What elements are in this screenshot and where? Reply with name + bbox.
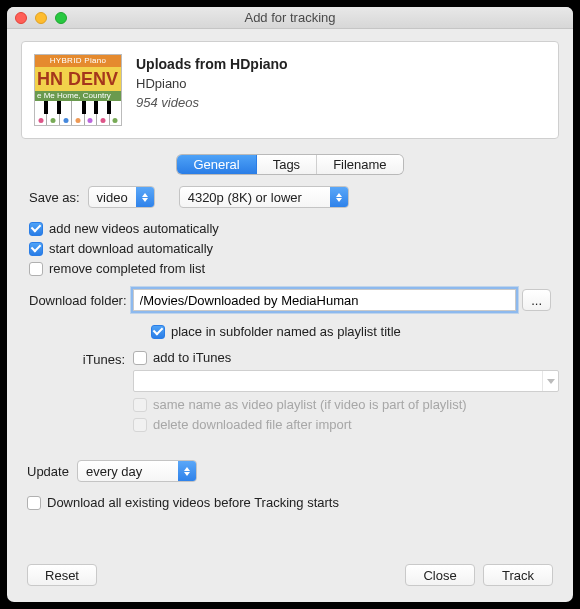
- thumb-text-3: e Me Home, Country Ro: [35, 91, 121, 101]
- video-count: 954 videos: [136, 95, 288, 110]
- checkbox-icon: [29, 242, 43, 256]
- update-row: Update every day: [21, 458, 559, 484]
- quality-value: 4320p (8K) or lower: [180, 190, 330, 205]
- dialog-footer: Reset Close Track: [21, 564, 559, 588]
- checkbox-icon: [29, 222, 43, 236]
- checkbox-label: remove completed from list: [49, 261, 205, 276]
- update-value: every day: [78, 464, 178, 479]
- checkbox-label: place in subfolder named as playlist tit…: [171, 324, 401, 339]
- checkbox-remove-completed[interactable]: remove completed from list: [21, 260, 559, 277]
- thumb-text-2: HN DENV: [35, 67, 121, 91]
- checkbox-add-auto[interactable]: add new videos automatically: [21, 220, 559, 237]
- checkbox-label: delete downloaded file after import: [153, 417, 352, 432]
- tab-general[interactable]: General: [177, 155, 255, 174]
- playlist-thumbnail: HYBRID Piano Lesson HN DENV e Me Home, C…: [34, 54, 122, 126]
- checkbox-icon: [133, 351, 147, 365]
- checkbox-delete-after: delete downloaded file after import: [133, 417, 559, 432]
- checkbox-add-itunes[interactable]: add to iTunes: [133, 350, 559, 365]
- close-button[interactable]: Close: [405, 564, 475, 586]
- itunes-playlist-combo[interactable]: [133, 370, 559, 392]
- browse-folder-button[interactable]: ...: [522, 289, 551, 311]
- tab-tags[interactable]: Tags: [256, 155, 316, 174]
- channel-name: HDpiano: [136, 76, 288, 91]
- checkbox-icon: [133, 418, 147, 432]
- content: HYBRID Piano Lesson HN DENV e Me Home, C…: [7, 29, 573, 602]
- dropdown-arrows-icon: [178, 461, 196, 481]
- dropdown-arrows-icon: [136, 187, 154, 207]
- playlist-info-card: HYBRID Piano Lesson HN DENV e Me Home, C…: [21, 41, 559, 139]
- tab-bar: General Tags Filename: [177, 155, 402, 174]
- playlist-title: Uploads from HDpiano: [136, 56, 288, 72]
- dialog-window: Add for tracking HYBRID Piano Lesson HN …: [7, 7, 573, 602]
- format-value: video: [89, 190, 136, 205]
- download-folder-row: Download folder: ...: [21, 287, 559, 313]
- update-interval-select[interactable]: every day: [77, 460, 197, 482]
- dropdown-arrow-icon: [542, 371, 558, 391]
- titlebar: Add for tracking: [7, 7, 573, 29]
- tab-filename[interactable]: Filename: [316, 155, 402, 174]
- checkbox-label: Download all existing videos before Trac…: [47, 495, 339, 510]
- checkbox-label: add new videos automatically: [49, 221, 219, 236]
- checkbox-icon: [133, 398, 147, 412]
- update-label: Update: [27, 464, 69, 479]
- download-folder-input[interactable]: [133, 289, 517, 311]
- save-as-label: Save as:: [29, 190, 80, 205]
- format-select[interactable]: video: [88, 186, 155, 208]
- save-as-row: Save as: video 4320p (8K) or lower: [21, 184, 559, 210]
- checkbox-icon: [29, 262, 43, 276]
- dropdown-arrows-icon: [330, 187, 348, 207]
- itunes-label: iTunes:: [29, 350, 125, 367]
- quality-select[interactable]: 4320p (8K) or lower: [179, 186, 349, 208]
- download-folder-label: Download folder:: [29, 293, 127, 308]
- window-title: Add for tracking: [7, 10, 573, 25]
- checkbox-icon: [27, 496, 41, 510]
- checkbox-label: add to iTunes: [153, 350, 231, 365]
- reset-button[interactable]: Reset: [27, 564, 97, 586]
- playlist-info-text: Uploads from HDpiano HDpiano 954 videos: [136, 54, 288, 110]
- checkbox-subfolder[interactable]: place in subfolder named as playlist tit…: [21, 323, 559, 340]
- thumb-piano-icon: [35, 101, 121, 125]
- checkbox-start-auto[interactable]: start download automatically: [21, 240, 559, 257]
- thumb-text-1: HYBRID Piano Lesson: [35, 55, 121, 67]
- checkbox-icon: [151, 325, 165, 339]
- checkbox-label: start download automatically: [49, 241, 213, 256]
- checkbox-same-name: same name as video playlist (if video is…: [133, 397, 559, 412]
- track-button[interactable]: Track: [483, 564, 553, 586]
- checkbox-label: same name as video playlist (if video is…: [153, 397, 467, 412]
- checkbox-download-existing[interactable]: Download all existing videos before Trac…: [21, 494, 559, 511]
